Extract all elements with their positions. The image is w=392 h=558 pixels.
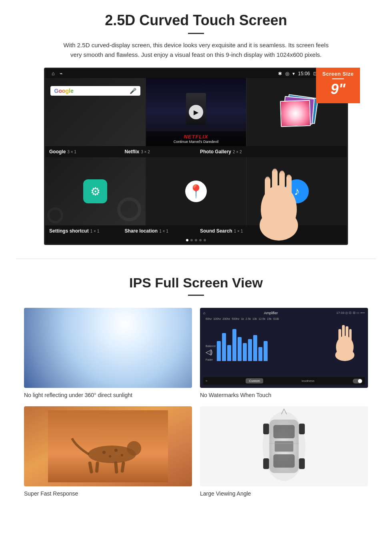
netflix-cell[interactable]: ▶ NETFLIX Continue Marvel's Daredevil bbox=[146, 78, 246, 146]
amp-back-icon: « bbox=[206, 379, 207, 383]
gallery-app-size: 2 × 2 bbox=[233, 150, 242, 154]
share-cell[interactable]: 📍 bbox=[146, 157, 246, 225]
amp-loudness-label: loudness bbox=[302, 379, 314, 383]
google-mic-icon: 🎤 bbox=[130, 88, 136, 94]
svg-point-26 bbox=[121, 454, 123, 456]
settings-gear-icon: ⚙ bbox=[90, 185, 100, 198]
sunlight-label: No light reflecting under 360° direct su… bbox=[24, 392, 192, 398]
car-label: Large Viewing Angle bbox=[200, 490, 368, 497]
app-label-row1: Google 3 × 1 Netflix 3 × 2 Photo Gallery… bbox=[45, 146, 347, 157]
eq-bar-10 bbox=[264, 341, 268, 361]
share-label-cell: Share location 1 × 1 bbox=[121, 227, 196, 235]
sound-icon-bg: ♪ bbox=[285, 179, 309, 203]
google-cell[interactable]: Google 🎤 bbox=[45, 78, 145, 146]
settings-app-size: 1 × 1 bbox=[90, 229, 100, 233]
google-logo: Google bbox=[54, 88, 74, 94]
badge-label: Screen Size bbox=[318, 71, 358, 77]
settings-app-name: Settings shortcut bbox=[49, 228, 89, 234]
amplifier-image: ⌂ Amplifier 17:33 ◎ ⊡ ⊟ ▭ ⟵ 60hz100hz200… bbox=[200, 308, 368, 388]
sound-cell[interactable]: ♪ bbox=[247, 157, 347, 225]
amp-custom-btn: Custom bbox=[246, 378, 263, 383]
eq-bar-2 bbox=[222, 333, 226, 361]
amp-toggle bbox=[353, 379, 362, 383]
cheetah-svg bbox=[48, 410, 168, 482]
section1-description: With 2.5D curved-display screen, this de… bbox=[60, 40, 332, 60]
share-content: 📍 bbox=[146, 157, 246, 225]
google-label-cell: Google 3 × 1 bbox=[45, 148, 121, 156]
home-icon: ⌂ bbox=[52, 70, 55, 76]
netflix-app-size: 3 × 2 bbox=[141, 150, 150, 154]
svg-point-15 bbox=[335, 349, 354, 361]
dot-3 bbox=[195, 239, 197, 241]
screen-size-badge: Screen Size 9" bbox=[316, 68, 360, 103]
svg-rect-13 bbox=[346, 326, 348, 349]
eq-bar-3 bbox=[227, 345, 231, 361]
status-bar: ⌂ ⌁ ✱ ◎ ▾ 15:06 ⊡ ◁) ⊠ ▭ bbox=[45, 69, 347, 78]
gallery-app-name: Photo Gallery bbox=[200, 149, 231, 155]
svg-point-18 bbox=[127, 441, 141, 456]
svg-rect-11 bbox=[338, 329, 341, 351]
music-note-icon: ♪ bbox=[294, 185, 300, 198]
curved-screen-section: 2.5D Curved Touch Screen With 2.5D curve… bbox=[0, 0, 392, 255]
cheetah-label: Super Fast Response bbox=[24, 490, 192, 497]
empty-label-cell bbox=[272, 148, 347, 156]
play-button[interactable]: ▶ bbox=[189, 105, 203, 119]
photo-card-front bbox=[280, 100, 311, 127]
amp-title: Amplifier bbox=[264, 311, 278, 315]
pagination-dots bbox=[45, 237, 347, 244]
sound-label-cell: Sound Search 1 × 1 bbox=[196, 227, 272, 235]
svg-rect-29 bbox=[273, 425, 294, 438]
share-app-name: Share location bbox=[125, 228, 158, 234]
app-grid-row2-wrapper: ⚙ 📍 bbox=[45, 157, 347, 225]
feature-sunlight: No light reflecting under 360° direct su… bbox=[24, 308, 192, 398]
sound-app-name: Sound Search bbox=[200, 228, 232, 234]
eq-bar-4 bbox=[232, 329, 236, 361]
feature-amplifier: ⌂ Amplifier 17:33 ◎ ⊡ ⊟ ▭ ⟵ 60hz100hz200… bbox=[200, 308, 368, 398]
netflix-subtitle: Continue Marvel's Daredevil bbox=[150, 140, 242, 144]
wifi-icon: ▾ bbox=[292, 71, 295, 76]
cheetah-image bbox=[24, 406, 192, 486]
netflix-info-overlay: NETFLIX Continue Marvel's Daredevil bbox=[146, 131, 246, 146]
google-search-bar[interactable]: Google 🎤 bbox=[50, 86, 140, 96]
share-icon-bg: 📍 bbox=[185, 181, 207, 202]
section1-divider bbox=[188, 33, 204, 34]
dot-2 bbox=[190, 239, 193, 241]
section1-title: 2.5D Curved Touch Screen bbox=[24, 12, 368, 29]
amp-toggle-knob bbox=[358, 379, 362, 383]
settings-bg-circle2 bbox=[47, 207, 63, 223]
svg-point-23 bbox=[102, 451, 106, 454]
car-image bbox=[200, 406, 368, 486]
amp-home-icon: ⌂ bbox=[203, 311, 205, 315]
svg-rect-14 bbox=[349, 329, 352, 349]
empty-label-cell2 bbox=[272, 227, 347, 235]
eq-bar-8 bbox=[253, 335, 257, 361]
amp-bottom-bar: « Custom loudness bbox=[203, 377, 365, 385]
ips-screen-section: IPS Full Screen View No light reflecting… bbox=[0, 263, 392, 505]
location-icon: ◎ bbox=[285, 71, 289, 76]
photo-stack bbox=[279, 94, 315, 130]
status-bar-left: ⌂ ⌁ bbox=[52, 70, 63, 76]
svg-rect-31 bbox=[275, 441, 294, 452]
flower-image bbox=[281, 101, 310, 126]
screen-mockup-wrapper: Screen Size 9" ⌂ ⌁ ✱ ◎ ▾ 15:06 ⊡ ◁) ⊠ bbox=[44, 68, 348, 245]
android-screen: ⌂ ⌁ ✱ ◎ ▾ 15:06 ⊡ ◁) ⊠ ▭ bbox=[44, 68, 348, 245]
eq-bar-7 bbox=[248, 339, 252, 361]
netflix-app-name: Netflix bbox=[125, 149, 140, 155]
settings-cell[interactable]: ⚙ bbox=[45, 157, 145, 225]
svg-rect-30 bbox=[273, 454, 294, 468]
amp-bars-wrapper: Balance ◁) Fader bbox=[203, 321, 365, 377]
sound-app-size: 1 × 1 bbox=[234, 229, 243, 233]
netflix-logo: NETFLIX bbox=[150, 134, 242, 140]
gallery-label-cell: Photo Gallery 2 × 2 bbox=[196, 148, 272, 156]
dot-4 bbox=[199, 239, 202, 241]
google-app-size: 3 × 1 bbox=[67, 150, 76, 154]
svg-rect-35 bbox=[263, 458, 269, 469]
svg-rect-33 bbox=[263, 424, 269, 434]
svg-point-25 bbox=[114, 449, 118, 452]
badge-size: 9" bbox=[318, 81, 358, 98]
amp-hand-overlay bbox=[329, 313, 361, 362]
svg-rect-34 bbox=[299, 424, 305, 434]
dot-5 bbox=[204, 239, 206, 241]
google-app-name: Google bbox=[49, 149, 66, 155]
netflix-label-cell: Netflix 3 × 2 bbox=[121, 148, 196, 156]
